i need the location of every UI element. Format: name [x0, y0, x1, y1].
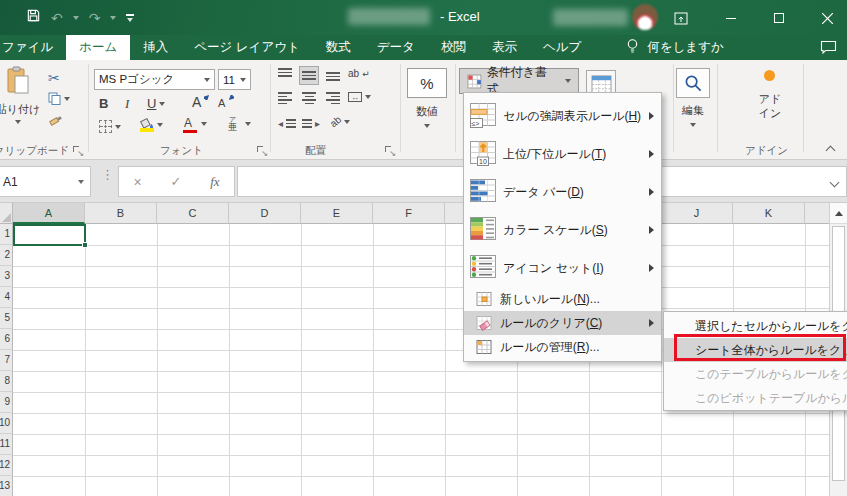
- font-name-combo[interactable]: MS Pゴシック: [94, 69, 215, 90]
- minimize-button[interactable]: [722, 10, 740, 26]
- menu-item-clear-rules[interactable]: ルールのクリア(C): [464, 311, 661, 335]
- tab-data[interactable]: データ: [364, 35, 428, 60]
- column-header-F[interactable]: F: [373, 203, 445, 224]
- align-top-button[interactable]: [278, 68, 292, 81]
- tab-help[interactable]: ヘルプ: [530, 35, 594, 60]
- row-header-2[interactable]: 2: [0, 245, 13, 266]
- menu-item-color-scales[interactable]: カラー スケール(S): [464, 211, 661, 249]
- tab-insert[interactable]: 挿入: [130, 35, 181, 60]
- addins-button[interactable]: アドイン: [748, 92, 792, 120]
- formula-bar-splitter[interactable]: ⋮: [101, 172, 114, 178]
- tab-view[interactable]: 表示: [479, 35, 530, 60]
- menu-item-top-bottom-rules[interactable]: 10 上位/下位ルール(T): [464, 135, 661, 173]
- phonetic-chevron-icon[interactable]: [245, 122, 251, 126]
- undo-icon[interactable]: ↶: [51, 11, 63, 25]
- fill-color-button[interactable]: [139, 118, 163, 132]
- formula-expand-icon[interactable]: [830, 178, 840, 188]
- save-icon[interactable]: [26, 8, 41, 27]
- scroll-up-icon[interactable]: [830, 203, 847, 224]
- conditional-formatting-button[interactable]: 条件付き書式: [459, 68, 579, 94]
- redo-chevron-icon[interactable]: [110, 16, 116, 20]
- italic-button[interactable]: I: [125, 96, 129, 112]
- borders-button[interactable]: [99, 120, 121, 133]
- active-cell-A1[interactable]: [13, 224, 86, 246]
- editing-find-button[interactable]: [676, 68, 710, 98]
- orientation-button[interactable]: ab: [330, 116, 350, 127]
- font-size-combo[interactable]: 11: [218, 69, 251, 90]
- fill-color-chevron-icon[interactable]: [157, 123, 163, 127]
- format-painter-button[interactable]: [48, 114, 63, 127]
- collapse-ribbon-icon[interactable]: [826, 146, 836, 156]
- menu-item-data-bars[interactable]: データ バー(D): [464, 173, 661, 211]
- number-chevron-icon[interactable]: [424, 124, 430, 128]
- maximize-button[interactable]: [770, 10, 788, 26]
- insert-function-icon[interactable]: fx: [210, 174, 219, 190]
- row-header-12[interactable]: 12: [0, 455, 13, 476]
- merge-center-button[interactable]: ↔: [348, 92, 371, 102]
- underline-chevron-icon[interactable]: [159, 102, 165, 106]
- cut-button[interactable]: ✂: [48, 70, 60, 86]
- column-header-C[interactable]: C: [157, 203, 229, 224]
- row-header-5[interactable]: 5: [0, 308, 13, 329]
- menu-item-icon-sets[interactable]: アイコン セット(I): [464, 249, 661, 287]
- copy-button[interactable]: [48, 92, 70, 105]
- addin-dot-icon[interactable]: [764, 70, 775, 81]
- row-header-1[interactable]: 1: [0, 224, 13, 245]
- clipboard-dialog-launcher[interactable]: [72, 145, 83, 156]
- fill-handle[interactable]: [82, 242, 88, 248]
- ribbon-display-options-icon[interactable]: [672, 10, 690, 26]
- increase-indent-button[interactable]: ▸: [302, 118, 320, 129]
- copy-chevron-icon[interactable]: [64, 97, 70, 101]
- tab-page-layout[interactable]: ページ レイアウト: [181, 35, 313, 60]
- select-all-corner[interactable]: [0, 203, 13, 224]
- font-color-chevron-icon[interactable]: [201, 122, 207, 126]
- align-right-button[interactable]: [326, 92, 340, 104]
- alignment-dialog-launcher[interactable]: [384, 145, 395, 156]
- column-header-B[interactable]: B: [85, 203, 157, 224]
- align-center-button[interactable]: [302, 92, 316, 104]
- row-header-11[interactable]: 11: [0, 434, 13, 455]
- redo-icon[interactable]: ↷: [89, 11, 101, 25]
- wrap-text-button[interactable]: ab↵: [348, 68, 370, 79]
- column-header-E[interactable]: E: [301, 203, 373, 224]
- row-header-7[interactable]: 7: [0, 350, 13, 371]
- enter-icon[interactable]: ✓: [170, 174, 181, 189]
- decrease-indent-button[interactable]: ◂: [278, 118, 296, 129]
- tab-formulas[interactable]: 数式: [313, 35, 364, 60]
- row-header-6[interactable]: 6: [0, 329, 13, 350]
- row-header-13[interactable]: 13: [0, 476, 13, 496]
- undo-chevron-icon[interactable]: [73, 16, 79, 20]
- menu-item-manage-rules[interactable]: ルールの管理(R)...: [464, 335, 661, 359]
- tab-home[interactable]: ホーム: [66, 35, 130, 60]
- avatar[interactable]: [632, 4, 658, 30]
- merge-chevron-icon[interactable]: [365, 95, 371, 99]
- column-header-K[interactable]: K: [733, 203, 805, 224]
- row-header-10[interactable]: 10: [0, 413, 13, 434]
- cancel-icon[interactable]: ×: [133, 174, 141, 190]
- align-left-button[interactable]: [278, 92, 292, 104]
- comment-icon[interactable]: [820, 39, 837, 58]
- menu-item-new-rule[interactable]: 新しいルール(N)...: [464, 287, 661, 311]
- tell-me-search[interactable]: 何をしますか: [620, 35, 729, 60]
- column-header-J[interactable]: J: [661, 203, 733, 224]
- font-dialog-launcher[interactable]: [256, 145, 267, 156]
- borders-chevron-icon[interactable]: [115, 125, 121, 129]
- column-header-L[interactable]: L: [805, 203, 829, 224]
- editing-chevron-icon[interactable]: [690, 123, 696, 127]
- phonetic-button[interactable]: ア 亜: [228, 116, 251, 132]
- column-header-D[interactable]: D: [229, 203, 301, 224]
- font-color-button[interactable]: A: [184, 118, 207, 129]
- align-bottom-button[interactable]: [326, 68, 340, 81]
- conditional-formatting-chevron-icon[interactable]: [565, 79, 571, 83]
- decrease-font-button[interactable]: A: [218, 97, 234, 109]
- column-header-A[interactable]: A: [13, 203, 85, 224]
- row-header-8[interactable]: 8: [0, 371, 13, 392]
- orientation-chevron-icon[interactable]: [344, 120, 350, 124]
- row-header-9[interactable]: 9: [0, 392, 13, 413]
- close-button[interactable]: [818, 10, 836, 26]
- row-header-3[interactable]: 3: [0, 266, 13, 287]
- align-middle-button[interactable]: [300, 67, 318, 84]
- paste-chevron-icon[interactable]: [15, 120, 21, 124]
- bold-button[interactable]: B: [99, 96, 108, 111]
- name-box-chevron-icon[interactable]: [78, 180, 84, 184]
